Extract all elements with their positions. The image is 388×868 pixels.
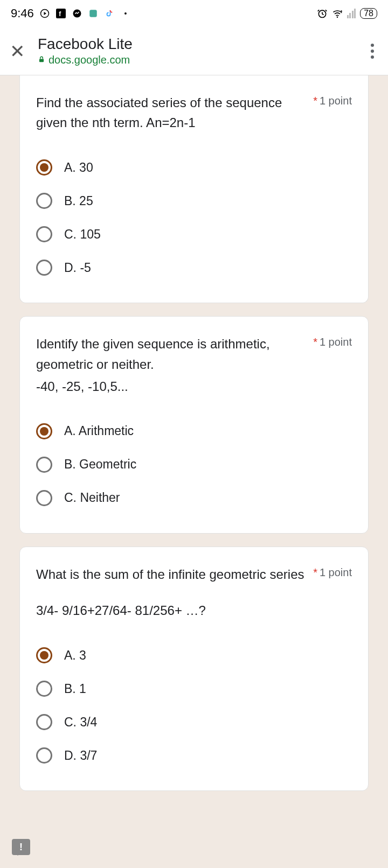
alarm-icon (317, 8, 328, 19)
option-b[interactable]: B. 25 (36, 184, 352, 218)
question-card: Identify the given sequence is arithmeti… (19, 316, 369, 534)
radio-icon (36, 490, 52, 506)
radio-icon (36, 747, 52, 764)
radio-icon (36, 457, 52, 473)
option-b[interactable]: B. 1 (36, 672, 352, 705)
page-url-row: docs.google.com (38, 54, 354, 66)
svg-point-6 (336, 16, 338, 17)
radio-icon (36, 423, 52, 439)
options-group: A. Arithmetic B. Geometric C. Neither (36, 415, 352, 515)
page-url-text: docs.google.com (48, 54, 130, 66)
option-label: C. 3/4 (64, 715, 97, 730)
page-title: Facebook Lite (38, 36, 354, 53)
option-label: B. 25 (64, 194, 93, 208)
dot-icon: • (120, 8, 131, 19)
option-d[interactable]: D. 3/7 (36, 739, 352, 772)
points-label: *1 point (313, 334, 352, 348)
points-label: *1 point (313, 93, 352, 107)
wifi-icon (332, 8, 343, 19)
option-label: D. -5 (64, 261, 91, 275)
question-card: What is the sum of the infinite geometri… (19, 547, 369, 791)
question-subtext: 3/4- 9/16+27/64- 81/256+ …? (36, 600, 307, 620)
option-c[interactable]: C. Neither (36, 481, 352, 515)
radio-icon (36, 647, 52, 663)
radio-icon (36, 226, 52, 242)
question-subtext: -40, -25, -10,5... (36, 376, 307, 396)
form-body: Find the associated series of the sequen… (0, 75, 388, 868)
status-time: 9:46 (11, 6, 34, 20)
status-bar: 9:46 f • 78 (0, 0, 388, 27)
question-text: Find the associated series of the sequen… (36, 93, 307, 132)
option-a[interactable]: A. 3 (36, 639, 352, 672)
option-a[interactable]: A. 30 (36, 151, 352, 184)
option-label: C. 105 (64, 227, 101, 242)
option-label: A. Arithmetic (64, 424, 134, 438)
app-icon (88, 8, 99, 19)
question-text: What is the sum of the infinite geometri… (36, 564, 307, 584)
radio-icon (36, 681, 52, 697)
battery-level: 78 (360, 8, 377, 19)
points-label: *1 point (313, 564, 352, 579)
app-header: ✕ Facebook Lite docs.google.com (0, 27, 388, 75)
cast-icon (39, 8, 50, 19)
close-icon[interactable]: ✕ (10, 40, 25, 62)
option-label: C. Neither (64, 491, 120, 505)
option-d[interactable]: D. -5 (36, 251, 352, 284)
messenger-icon (72, 8, 82, 19)
option-c[interactable]: C. 3/4 (36, 705, 352, 739)
radio-icon (36, 260, 52, 276)
option-label: D. 3/7 (64, 748, 97, 763)
radio-icon (36, 193, 52, 209)
radio-icon (36, 714, 52, 730)
option-label: B. 1 (64, 682, 86, 696)
option-a[interactable]: A. Arithmetic (36, 415, 352, 448)
report-icon[interactable]: ! (12, 839, 30, 855)
header-center: Facebook Lite docs.google.com (38, 36, 354, 66)
signal-icon (347, 9, 356, 18)
option-b[interactable]: B. Geometric (36, 448, 352, 481)
lock-icon (38, 55, 45, 65)
radio-icon (36, 159, 52, 176)
tiktok-icon (104, 8, 115, 19)
question-card: Find the associated series of the sequen… (19, 75, 369, 303)
option-label: A. 3 (64, 648, 86, 663)
option-c[interactable]: C. 105 (36, 218, 352, 251)
status-left: 9:46 f • (11, 6, 131, 20)
svg-rect-4 (89, 10, 97, 17)
options-group: A. 3 B. 1 C. 3/4 D. 3/7 (36, 639, 352, 772)
question-text: Identify the given sequence is arithmeti… (36, 334, 307, 374)
more-menu-icon[interactable] (366, 39, 378, 63)
svg-rect-7 (39, 59, 44, 62)
status-right: 78 (317, 8, 377, 19)
option-label: B. Geometric (64, 457, 136, 472)
options-group: A. 30 B. 25 C. 105 D. -5 (36, 151, 352, 284)
option-label: A. 30 (64, 160, 93, 175)
facebook-icon: f (56, 8, 66, 19)
